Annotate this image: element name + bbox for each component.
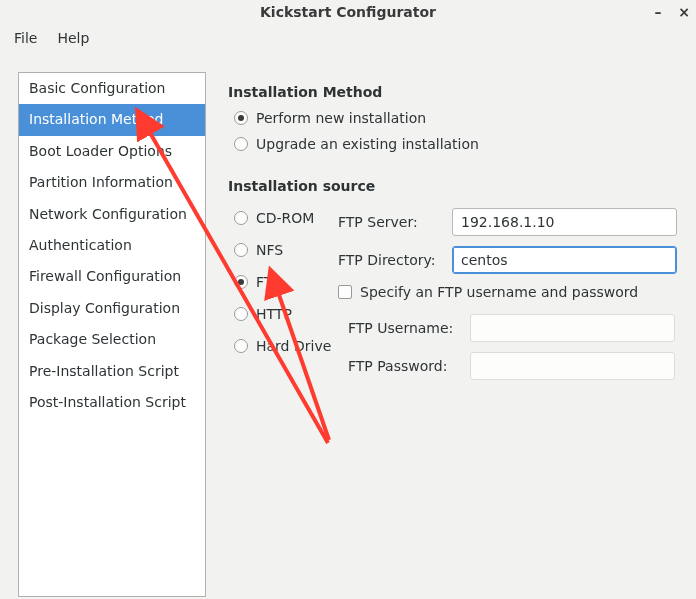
input-ftp-server[interactable] — [452, 208, 677, 236]
sidebar-item-installation-method[interactable]: Installation Method — [19, 104, 205, 135]
radio-harddrive[interactable]: Hard Drive — [234, 338, 338, 354]
window: Kickstart Configurator – × File Help Bas… — [0, 0, 696, 599]
radio-ftp[interactable]: FTP — [234, 274, 338, 290]
sidebar-item-basic-configuration[interactable]: Basic Configuration — [19, 73, 205, 104]
radio-icon — [234, 275, 248, 289]
heading-installation-source: Installation source — [228, 178, 682, 194]
sidebar-item-network-configuration[interactable]: Network Configuration — [19, 199, 205, 230]
label-ftp-password: FTP Password: — [338, 358, 464, 374]
input-ftp-password[interactable] — [470, 352, 675, 380]
radio-nfs[interactable]: NFS — [234, 242, 338, 258]
radio-icon — [234, 307, 248, 321]
menu-help[interactable]: Help — [49, 27, 97, 49]
radio-icon — [234, 111, 248, 125]
radio-cdrom[interactable]: CD-ROM — [234, 210, 338, 226]
content-area: Basic Configuration Installation Method … — [18, 72, 694, 597]
source-area: CD-ROM NFS FTP HTTP — [228, 204, 682, 390]
sidebar-item-boot-loader-options[interactable]: Boot Loader Options — [19, 136, 205, 167]
menubar: File Help — [0, 24, 696, 52]
checkbox-icon — [338, 285, 352, 299]
sidebar-item-pre-installation-script[interactable]: Pre-Installation Script — [19, 356, 205, 387]
field-ftp-username: FTP Username: — [338, 314, 682, 342]
close-icon[interactable]: × — [676, 4, 692, 20]
titlebar: Kickstart Configurator – × — [0, 0, 696, 24]
radio-label: Perform new installation — [256, 110, 426, 126]
radio-label: CD-ROM — [256, 210, 314, 226]
checkbox-specify-creds[interactable]: Specify an FTP username and password — [338, 284, 682, 300]
radio-http[interactable]: HTTP — [234, 306, 338, 322]
source-fields: FTP Server: FTP Directory: Specify an FT… — [338, 204, 682, 390]
sidebar-item-package-selection[interactable]: Package Selection — [19, 324, 205, 355]
radio-icon — [234, 137, 248, 151]
label-ftp-username: FTP Username: — [338, 320, 464, 336]
radio-label: HTTP — [256, 306, 292, 322]
sidebar-item-display-configuration[interactable]: Display Configuration — [19, 293, 205, 324]
sidebar-item-post-installation-script[interactable]: Post-Installation Script — [19, 387, 205, 418]
minimize-icon[interactable]: – — [650, 4, 666, 20]
radio-icon — [234, 339, 248, 353]
sidebar-item-firewall-configuration[interactable]: Firewall Configuration — [19, 261, 205, 292]
menu-file[interactable]: File — [6, 27, 45, 49]
radio-upgrade[interactable]: Upgrade an existing installation — [234, 136, 682, 152]
input-ftp-directory[interactable] — [452, 246, 677, 274]
radio-perform-new[interactable]: Perform new installation — [234, 110, 682, 126]
radio-label: Hard Drive — [256, 338, 331, 354]
radio-label: FTP — [256, 274, 281, 290]
input-ftp-username[interactable] — [470, 314, 675, 342]
label-ftp-server: FTP Server: — [338, 214, 446, 230]
sidebar-item-authentication[interactable]: Authentication — [19, 230, 205, 261]
field-ftp-server: FTP Server: — [338, 208, 682, 236]
radio-icon — [234, 243, 248, 257]
sidebar-item-partition-information[interactable]: Partition Information — [19, 167, 205, 198]
main-panel: Installation Method Perform new installa… — [206, 72, 694, 597]
checkbox-label: Specify an FTP username and password — [360, 284, 638, 300]
heading-installation-method: Installation Method — [228, 84, 682, 100]
radio-label: NFS — [256, 242, 283, 258]
window-controls: – × — [650, 0, 692, 24]
window-title: Kickstart Configurator — [260, 4, 436, 20]
source-radios: CD-ROM NFS FTP HTTP — [228, 204, 338, 390]
label-ftp-directory: FTP Directory: — [338, 252, 446, 268]
field-ftp-password: FTP Password: — [338, 352, 682, 380]
radio-label: Upgrade an existing installation — [256, 136, 479, 152]
field-ftp-directory: FTP Directory: — [338, 246, 682, 274]
sidebar: Basic Configuration Installation Method … — [18, 72, 206, 597]
radio-icon — [234, 211, 248, 225]
